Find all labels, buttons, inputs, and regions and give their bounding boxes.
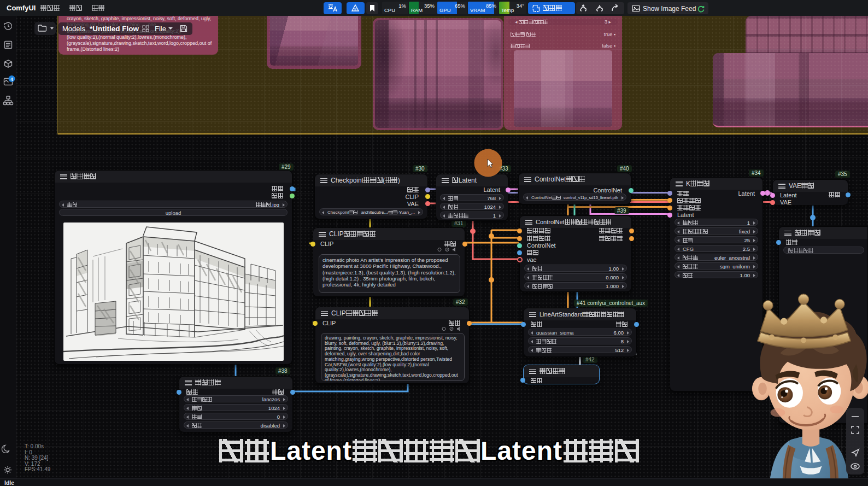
svg-text:4: 4 — [10, 77, 13, 82]
